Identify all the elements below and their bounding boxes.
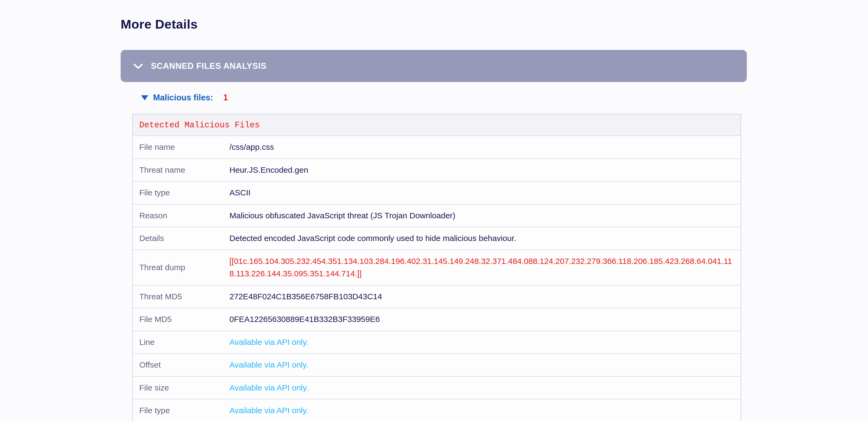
table-row: File name/css/app.css <box>133 136 741 159</box>
detected-malicious-files-table: Detected Malicious Files File name/css/a… <box>132 114 741 421</box>
row-value: [[01c.165.104.305.232.454.351.134.103.28… <box>229 250 741 285</box>
section-header-label: SCANNED FILES ANALYSIS <box>151 61 267 71</box>
chevron-down-icon <box>133 63 143 70</box>
page-title: More Details <box>121 17 747 32</box>
row-value: Available via API only. <box>229 331 741 354</box>
row-label: Threat name <box>133 165 229 174</box>
row-value: ASCII <box>229 182 741 204</box>
table-row: LineAvailable via API only. <box>133 331 741 354</box>
triangle-down-icon <box>141 95 148 100</box>
row-label: File name <box>133 142 229 152</box>
row-label: File type <box>133 406 229 415</box>
row-value: Available via API only. <box>229 399 741 421</box>
row-value: Detected encoded JavaScript code commonl… <box>229 227 741 250</box>
table-row: DetailsDetected encoded JavaScript code … <box>133 227 741 250</box>
table-row: File MD50FEA12265630889E41B332B3F33959E6 <box>133 308 741 331</box>
row-value: /css/app.css <box>229 136 741 158</box>
table-row: Threat MD5272E48F024C1B356E6758FB103D43C… <box>133 286 741 309</box>
row-value: 0FEA12265630889E41B332B3F33959E6 <box>229 308 741 331</box>
row-value: Malicious obfuscated JavaScript threat (… <box>229 204 741 227</box>
table-row: File sizeAvailable via API only. <box>133 377 741 400</box>
malicious-files-count: 1 <box>223 93 228 102</box>
row-value: Heur.JS.Encoded.gen <box>229 159 741 181</box>
row-label: File size <box>133 383 229 392</box>
table-header: Detected Malicious Files <box>133 115 741 136</box>
row-value: Available via API only. <box>229 354 741 376</box>
malicious-files-table-body: File name/css/app.cssThreat nameHeur.JS.… <box>133 136 741 421</box>
table-row: Threat nameHeur.JS.Encoded.gen <box>133 159 741 182</box>
row-label: Reason <box>133 211 229 220</box>
table-row: Threat dump[[01c.165.104.305.232.454.351… <box>133 250 741 286</box>
row-label: Line <box>133 337 229 347</box>
row-label: Details <box>133 234 229 243</box>
row-value: 272E48F024C1B356E6758FB103D43C14 <box>229 286 741 308</box>
table-row: OffsetAvailable via API only. <box>133 354 741 377</box>
malicious-files-toggle[interactable]: Malicious files: 1 <box>141 93 747 102</box>
malicious-files-label: Malicious files: <box>153 93 213 102</box>
row-label: File MD5 <box>133 315 229 324</box>
table-row: File typeASCII <box>133 182 741 204</box>
row-value: Available via API only. <box>229 377 741 399</box>
table-row: ReasonMalicious obfuscated JavaScript th… <box>133 204 741 227</box>
row-label: Threat MD5 <box>133 292 229 301</box>
row-label: File type <box>133 188 229 197</box>
table-row: File typeAvailable via API only. <box>133 399 741 421</box>
row-label: Offset <box>133 360 229 369</box>
row-label: Threat dump <box>133 263 229 272</box>
more-details-panel: More Details SCANNED FILES ANALYSIS Mali… <box>121 0 747 421</box>
scanned-files-analysis-header[interactable]: SCANNED FILES ANALYSIS <box>121 50 747 82</box>
